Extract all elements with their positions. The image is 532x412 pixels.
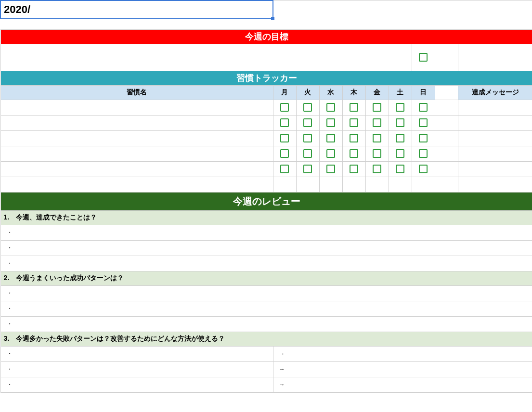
date-row: 2020/ (0, 0, 532, 19)
day-header: 木 (342, 85, 365, 100)
question-number: 1. (4, 213, 14, 221)
worksheet-table[interactable]: 2020/ 今週の目標 習慣トラッカー 習慣名 月 火 水 木 金 土 日 達成… (0, 0, 532, 393)
checkbox-icon[interactable] (419, 165, 428, 173)
checkbox-icon[interactable] (419, 149, 428, 158)
checkbox-icon[interactable] (280, 149, 289, 158)
review-banner-label: 今週のレビュー (0, 192, 532, 210)
question-text: 今週うまくいった成功パターンは？ (16, 274, 124, 282)
checkbox-icon[interactable] (396, 165, 404, 173)
checkbox-icon[interactable] (280, 134, 289, 142)
answer-row[interactable]: ・ (0, 301, 532, 316)
checkbox-icon[interactable] (303, 149, 312, 158)
arrow-icon: → (279, 350, 285, 357)
day-header: 金 (365, 85, 389, 100)
checkbox-icon[interactable] (280, 103, 289, 112)
message-header: 達成メッセージ (458, 85, 532, 100)
checkbox-icon[interactable] (303, 103, 312, 112)
answer-row[interactable]: ・ (0, 316, 532, 332)
checkbox-icon[interactable] (373, 118, 381, 127)
answer-row[interactable]: ・ (0, 285, 532, 301)
message-cell[interactable] (458, 100, 532, 115)
checkbox-icon[interactable] (326, 103, 335, 112)
answer-row[interactable]: ・ (0, 225, 532, 240)
checkbox-icon[interactable] (326, 149, 335, 158)
checkbox-icon[interactable] (396, 118, 404, 127)
habit-row[interactable] (0, 146, 532, 161)
day-header: 火 (296, 85, 319, 100)
checkbox-icon[interactable] (373, 149, 381, 158)
day-header: 日 (412, 85, 435, 100)
checkbox-icon[interactable] (373, 103, 381, 112)
review-question: 1. 今週、達成できたことは？ (0, 210, 532, 225)
checkbox-icon[interactable] (396, 149, 404, 158)
date-cell[interactable]: 2020/ (0, 0, 273, 19)
checkbox-icon[interactable] (419, 103, 428, 112)
review-banner: 今週のレビュー (0, 192, 532, 210)
answer-row[interactable]: ・ → (0, 346, 532, 361)
checkbox-icon[interactable] (350, 118, 358, 127)
checkbox-icon[interactable] (303, 134, 312, 142)
checkbox-icon[interactable] (396, 103, 404, 112)
habit-row[interactable] (0, 161, 532, 177)
arrow-icon: → (279, 381, 285, 388)
checkbox-icon[interactable] (303, 118, 312, 127)
arrow-icon: → (279, 366, 285, 373)
question-text: 今週多かった失敗パターンは？改善するためにどんな方法が使える？ (16, 335, 225, 342)
checkbox-icon[interactable] (373, 134, 381, 142)
checkbox-icon[interactable] (350, 165, 358, 173)
tracker-banner: 習慣トラッカー (0, 71, 532, 85)
question-number: 3. (4, 335, 14, 342)
answer-row[interactable]: ・ (0, 240, 532, 256)
goal-banner: 今週の目標 (0, 29, 532, 44)
checkbox-icon[interactable] (419, 53, 428, 62)
checkbox-icon[interactable] (326, 134, 335, 142)
answer-row[interactable]: ・ (0, 256, 532, 271)
habit-row[interactable] (0, 115, 532, 130)
checkbox-icon[interactable] (280, 165, 289, 173)
checkbox-icon[interactable] (326, 118, 335, 127)
answer-row[interactable]: ・ → (0, 361, 532, 377)
question-number: 2. (4, 274, 14, 282)
tracker-banner-label: 習慣トラッカー (0, 71, 532, 85)
day-header: 土 (389, 85, 412, 100)
goal-checkbox-cell[interactable] (412, 44, 435, 71)
habit-name-cell[interactable] (0, 100, 273, 115)
date-value: 2020/ (4, 3, 30, 15)
goal-banner-label: 今週の目標 (0, 29, 532, 44)
habit-name-header: 習慣名 (0, 85, 273, 100)
habit-row[interactable] (0, 100, 532, 115)
review-question: 3. 今週多かった失敗パターンは？改善するためにどんな方法が使える？ (0, 332, 532, 346)
day-header: 月 (273, 85, 296, 100)
checkbox-icon[interactable] (419, 118, 428, 127)
question-text: 今週、達成できたことは？ (16, 213, 97, 221)
checkbox-icon[interactable] (303, 165, 312, 173)
checkbox-icon[interactable] (373, 165, 381, 173)
checkbox-icon[interactable] (419, 134, 428, 142)
checkbox-icon[interactable] (350, 149, 358, 158)
tracker-header: 習慣名 月 火 水 木 金 土 日 達成メッセージ (0, 85, 532, 100)
checkbox-icon[interactable] (350, 103, 358, 112)
checkbox-icon[interactable] (280, 118, 289, 127)
checkbox-icon[interactable] (396, 134, 404, 142)
habit-row-empty[interactable] (0, 177, 532, 192)
answer-row[interactable]: ・ → (0, 377, 532, 392)
selection-handle[interactable] (271, 17, 274, 20)
habit-row[interactable] (0, 130, 532, 146)
day-header: 水 (319, 85, 342, 100)
goal-row[interactable] (0, 44, 532, 71)
review-question: 2. 今週うまくいった成功パターンは？ (0, 271, 532, 285)
checkbox-icon[interactable] (326, 165, 335, 173)
checkbox-icon[interactable] (350, 134, 358, 142)
